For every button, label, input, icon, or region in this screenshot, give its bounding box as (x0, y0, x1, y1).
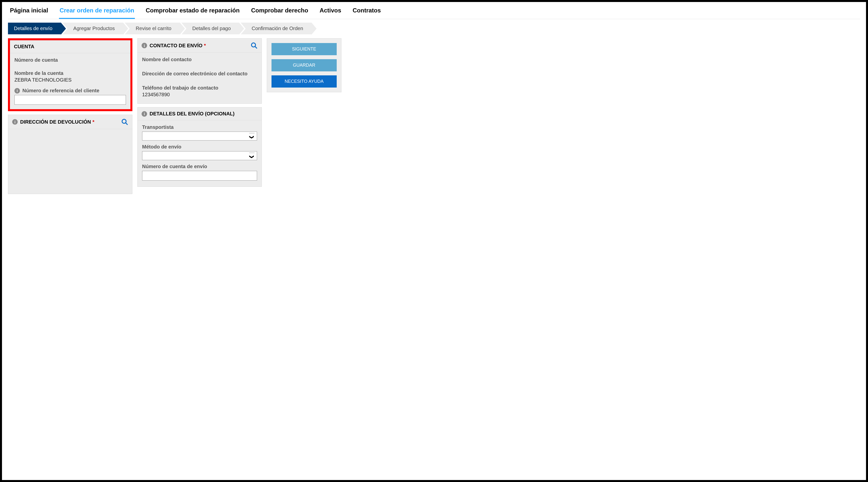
top-nav: Página inicial Crear orden de reparación… (8, 3, 860, 19)
required-asterisk: * (92, 119, 94, 125)
info-icon: i (14, 88, 20, 94)
svg-point-0 (122, 119, 126, 123)
tab-home[interactable]: Página inicial (9, 6, 49, 19)
save-button[interactable]: GUARDAR (272, 59, 337, 71)
shipping-details-panel: i DETALLES DEL ENVÍO (OPCIONAL) Transpor… (137, 107, 262, 187)
ship-account-input[interactable] (142, 171, 257, 181)
chevron-down-icon: ❯ (249, 133, 255, 139)
info-icon: i (142, 43, 147, 48)
required-asterisk: * (204, 43, 206, 49)
chevron-down-icon: ❯ (249, 153, 255, 159)
return-address-title: DIRECCIÓN DE DEVOLUCIÓN (20, 119, 91, 125)
search-icon[interactable] (121, 118, 128, 125)
step-order-confirmation[interactable]: Confirmación de Orden (241, 23, 312, 34)
svg-line-3 (255, 46, 257, 49)
account-name-value: ZEBRA TECHNOLOGIES (14, 77, 126, 83)
shipping-method-label: Método de envío (142, 144, 257, 150)
tab-check-status[interactable]: Comprobar estado de reparación (145, 6, 240, 19)
account-name-label: Nombre de la cuenta (14, 70, 126, 76)
shipping-contact-title: CONTACTO DE ENVÍO (150, 43, 203, 49)
contact-name-label: Nombre del contacto (142, 57, 257, 62)
contact-phone-value: 1234567890 (142, 92, 257, 97)
tab-assets[interactable]: Activos (319, 6, 342, 19)
account-panel-title: CUENTA (14, 44, 34, 50)
contact-phone-label: Teléfono del trabajo de contacto (142, 85, 257, 91)
ship-account-label: Número de cuenta de envío (142, 164, 257, 169)
shipping-method-select[interactable]: ❯ (142, 151, 257, 160)
account-number-label: Número de cuenta (14, 57, 126, 63)
svg-line-1 (126, 123, 128, 125)
tab-check-entitlement[interactable]: Comprobar derecho (251, 6, 309, 19)
carrier-select[interactable]: ❯ (142, 132, 257, 140)
tab-create-repair-order[interactable]: Crear orden de reparación (59, 6, 135, 19)
customer-ref-input[interactable] (14, 95, 126, 105)
return-address-panel: i DIRECCIÓN DE DEVOLUCIÓN * (8, 115, 132, 194)
step-add-products[interactable]: Agregar Productos (62, 23, 123, 34)
step-shipping-details[interactable]: Detalles de envío (8, 23, 61, 34)
next-button[interactable]: SIGUIENTE (272, 43, 337, 55)
info-icon: i (12, 119, 18, 125)
shipping-details-title: DETALLES DEL ENVÍO (OPCIONAL) (150, 111, 235, 117)
carrier-label: Transportista (142, 124, 257, 130)
help-button[interactable]: NECESITO AYUDA (272, 75, 337, 88)
step-review-cart[interactable]: Revise el carrito (125, 23, 180, 34)
shipping-contact-panel: i CONTACTO DE ENVÍO * Nombre del contact… (137, 38, 262, 104)
search-icon[interactable] (251, 42, 257, 49)
svg-point-2 (252, 43, 255, 47)
tab-contracts[interactable]: Contratos (352, 6, 381, 19)
contact-email-label: Dirección de correo electrónico del cont… (142, 71, 257, 76)
customer-ref-label: Número de referencia del cliente (22, 88, 99, 94)
info-icon: i (142, 111, 147, 117)
step-payment-details[interactable]: Detalles del pago (181, 23, 239, 34)
actions-panel: SIGUIENTE GUARDAR NECESITO AYUDA (267, 38, 341, 92)
account-panel: CUENTA Número de cuenta Nombre de la cue… (8, 38, 132, 111)
wizard-stepper: Detalles de envío Agregar Productos Revi… (8, 23, 860, 34)
